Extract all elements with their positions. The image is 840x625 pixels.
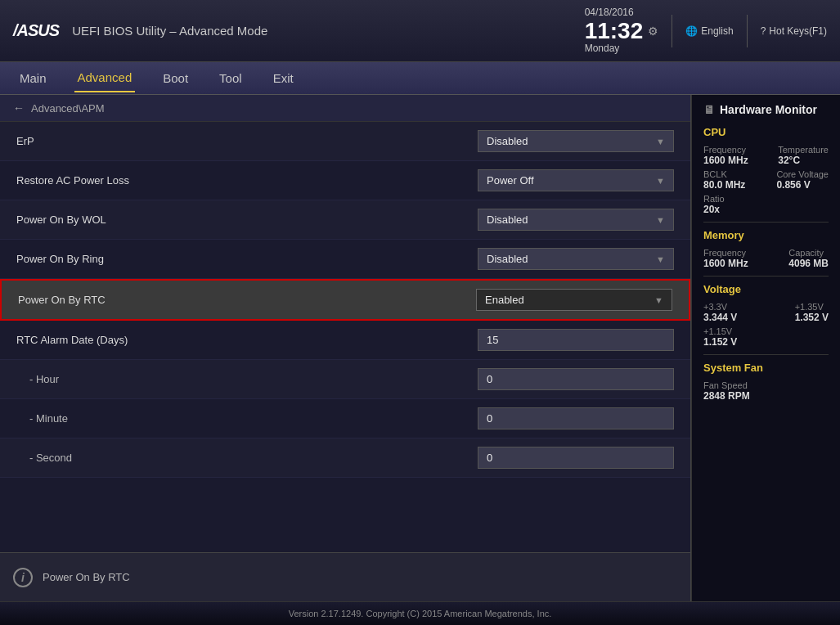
power-rtc-control[interactable]: Enabled ▼ bbox=[476, 289, 672, 311]
setting-erp: ErP Disabled ▼ bbox=[0, 122, 690, 161]
gear-icon[interactable]: ⚙ bbox=[648, 24, 658, 38]
setting-hour: - Hour 0 bbox=[0, 360, 690, 399]
volt-115-block: +1.15V 1.152 V bbox=[703, 326, 829, 348]
cpu-row-1: Frequency 1600 MHz Temperature 32°C bbox=[703, 145, 829, 166]
fan-speed-label: Fan Speed bbox=[703, 380, 829, 390]
header: /ASUS UEFI BIOS Utility – Advanced Mode … bbox=[0, 0, 840, 62]
globe-icon: 🌐 bbox=[685, 25, 698, 37]
chevron-down-icon: ▼ bbox=[654, 295, 663, 305]
cpu-temp-label: Temperature bbox=[778, 145, 829, 155]
voltage-section-title: Voltage bbox=[703, 283, 829, 295]
volt-135-label: +1.35V bbox=[795, 302, 829, 312]
main-panel: ← Advanced\APM ErP Disabled ▼ bbox=[0, 95, 691, 601]
cpu-divider bbox=[703, 222, 829, 223]
second-label: - Second bbox=[16, 452, 478, 464]
hotkeys-button[interactable]: ? Hot Keys(F1) bbox=[761, 25, 827, 37]
navbar: Main Advanced Boot Tool Exit bbox=[0, 62, 840, 95]
info-icon: i bbox=[13, 568, 33, 587]
info-bar: i Power On By RTC bbox=[0, 552, 690, 601]
language-selector[interactable]: 🌐 English bbox=[685, 25, 733, 37]
time-display: 11:32 bbox=[585, 20, 644, 43]
hour-input[interactable]: 0 bbox=[478, 368, 674, 390]
nav-main[interactable]: Main bbox=[16, 65, 50, 92]
second-control[interactable]: 0 bbox=[478, 447, 674, 469]
chevron-down-icon: ▼ bbox=[656, 254, 665, 264]
footer-text: Version 2.17.1249. Copyright (C) 2015 Am… bbox=[289, 609, 552, 618]
breadcrumb: ← Advanced\APM bbox=[0, 95, 690, 122]
restore-ac-control[interactable]: Power Off ▼ bbox=[478, 169, 674, 191]
setting-second: - Second 0 bbox=[0, 438, 690, 478]
cpu-row-2: BCLK 80.0 MHz Core Voltage 0.856 V bbox=[703, 169, 829, 191]
cpu-bclk-value: 80.0 MHz bbox=[703, 179, 745, 191]
footer: Version 2.17.1249. Copyright (C) 2015 Am… bbox=[0, 601, 840, 625]
setting-power-rtc: Power On By RTC Enabled ▼ bbox=[0, 279, 690, 321]
erp-control[interactable]: Disabled ▼ bbox=[478, 130, 674, 152]
monitor-icon: 🖥 bbox=[703, 103, 715, 116]
hotkeys-icon: ? bbox=[761, 25, 766, 37]
fan-section-title: System Fan bbox=[703, 362, 829, 374]
setting-power-ring: Power On By Ring Disabled ▼ bbox=[0, 240, 690, 279]
back-arrow[interactable]: ← bbox=[13, 101, 25, 115]
rtc-date-control[interactable]: 15 bbox=[478, 329, 674, 351]
cpu-ratio-block: Ratio 20x bbox=[703, 194, 829, 215]
nav-advanced[interactable]: Advanced bbox=[74, 64, 136, 92]
erp-label: ErP bbox=[16, 135, 478, 147]
rtc-date-label: RTC Alarm Date (Days) bbox=[16, 334, 478, 346]
header-divider-2 bbox=[747, 15, 748, 47]
nav-boot[interactable]: Boot bbox=[159, 65, 191, 92]
hour-control[interactable]: 0 bbox=[478, 368, 674, 390]
cpu-freq-value: 1600 MHz bbox=[703, 155, 748, 166]
power-ring-label: Power On By Ring bbox=[16, 253, 478, 265]
volt-135-value: 1.352 V bbox=[795, 312, 829, 323]
setting-minute: - Minute 0 bbox=[0, 399, 690, 438]
volt-33-value: 3.344 V bbox=[703, 312, 737, 323]
cpu-freq-block: Frequency 1600 MHz bbox=[703, 145, 748, 166]
cpu-bclk-label: BCLK bbox=[703, 169, 745, 179]
chevron-down-icon: ▼ bbox=[656, 176, 665, 186]
rtc-date-input[interactable]: 15 bbox=[478, 329, 674, 351]
mem-cap-value: 4096 MB bbox=[788, 258, 829, 269]
erp-dropdown[interactable]: Disabled ▼ bbox=[478, 130, 674, 152]
volt-33-label: +3.3V bbox=[703, 302, 737, 312]
power-rtc-dropdown[interactable]: Enabled ▼ bbox=[476, 289, 672, 311]
power-wol-dropdown[interactable]: Disabled ▼ bbox=[478, 209, 674, 231]
nav-exit[interactable]: Exit bbox=[270, 65, 297, 92]
minute-control[interactable]: 0 bbox=[478, 407, 674, 429]
mem-cap-block: Capacity 4096 MB bbox=[788, 248, 829, 269]
power-rtc-label: Power On By RTC bbox=[18, 294, 476, 306]
hw-monitor-panel: 🖥 Hardware Monitor CPU Frequency 1600 MH… bbox=[691, 95, 840, 601]
power-ring-dropdown[interactable]: Disabled ▼ bbox=[478, 248, 674, 270]
chevron-down-icon: ▼ bbox=[656, 137, 665, 146]
restore-ac-dropdown[interactable]: Power Off ▼ bbox=[478, 169, 674, 191]
cpu-freq-label: Frequency bbox=[703, 145, 748, 155]
mem-freq-label: Frequency bbox=[703, 248, 748, 258]
breadcrumb-path: Advanced\APM bbox=[31, 102, 105, 115]
day-display: Monday bbox=[585, 43, 659, 56]
voltage-divider bbox=[703, 354, 829, 355]
minute-input[interactable]: 0 bbox=[478, 407, 674, 429]
second-input[interactable]: 0 bbox=[478, 447, 674, 469]
chevron-down-icon: ▼ bbox=[656, 215, 665, 225]
header-right: 04/18/2016 11:32 ⚙ Monday 🌐 English ? Ho… bbox=[585, 7, 827, 55]
mem-freq-block: Frequency 1600 MHz bbox=[703, 248, 748, 269]
bios-title: UEFI BIOS Utility – Advanced Mode bbox=[72, 24, 572, 38]
volt-115-value: 1.152 V bbox=[703, 336, 829, 348]
settings-table: ErP Disabled ▼ Restore AC Power Loss Pow… bbox=[0, 122, 690, 552]
hw-monitor-title: 🖥 Hardware Monitor bbox=[703, 103, 829, 116]
info-text: Power On By RTC bbox=[43, 571, 130, 583]
mem-cap-label: Capacity bbox=[788, 248, 829, 258]
nav-tool[interactable]: Tool bbox=[216, 65, 245, 92]
power-wol-control[interactable]: Disabled ▼ bbox=[478, 209, 674, 231]
header-divider bbox=[672, 15, 672, 47]
fan-speed-value: 2848 RPM bbox=[703, 390, 829, 402]
setting-power-wol: Power On By WOL Disabled ▼ bbox=[0, 200, 690, 240]
volt-115-label: +1.15V bbox=[703, 326, 829, 336]
setting-rtc-date: RTC Alarm Date (Days) 15 bbox=[0, 321, 690, 360]
volt-33-block: +3.3V 3.344 V bbox=[703, 302, 737, 323]
cpu-bclk-block: BCLK 80.0 MHz bbox=[703, 169, 745, 191]
cpu-section-title: CPU bbox=[703, 126, 829, 138]
asus-logo: /ASUS bbox=[13, 21, 59, 40]
memory-row-1: Frequency 1600 MHz Capacity 4096 MB bbox=[703, 248, 829, 269]
datetime-block: 04/18/2016 11:32 ⚙ Monday bbox=[585, 7, 659, 55]
power-ring-control[interactable]: Disabled ▼ bbox=[478, 248, 674, 270]
